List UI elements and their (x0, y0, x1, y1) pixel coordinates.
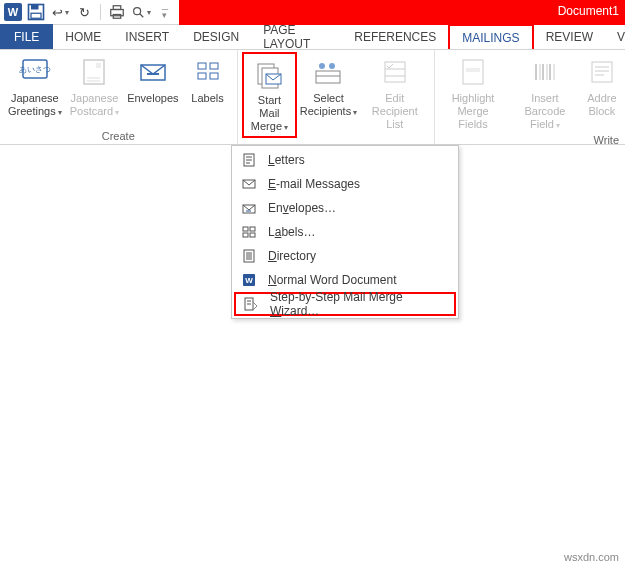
address-block-icon (586, 56, 618, 88)
svg-rect-1 (31, 5, 39, 10)
group-start-mail-merge: Start MailMerge▾ SelectRecipients▾ EditR… (238, 50, 435, 144)
barcode-icon (529, 56, 561, 88)
letters-icon (240, 151, 258, 169)
highlight-merge-fields-button: HighlightMerge Fields (439, 52, 507, 134)
customize-qat-icon[interactable]: ─▾ (155, 2, 175, 22)
menu-envelopes[interactable]: Envelopes… (234, 196, 456, 220)
svg-rect-51 (243, 233, 248, 237)
svg-rect-27 (385, 62, 405, 82)
envelope-item-icon (240, 199, 258, 217)
svg-text:あいさつ: あいさつ (19, 65, 51, 74)
svg-rect-50 (250, 227, 255, 231)
title-bar: W ↩▾ ↻ ▾ ─▾ Document1 (0, 0, 625, 25)
svg-point-6 (134, 8, 141, 15)
svg-rect-52 (250, 233, 255, 237)
group-create: あいさつ JapaneseGreetings▾ JapanesePostcard… (0, 50, 238, 144)
group-label-create: Create (4, 130, 233, 144)
ribbon: あいさつ JapaneseGreetings▾ JapanesePostcard… (0, 50, 625, 145)
greetings-icon: あいさつ (19, 56, 51, 88)
qat-separator (100, 4, 101, 20)
select-recipients-icon (312, 56, 344, 88)
svg-rect-31 (466, 68, 480, 72)
svg-rect-11 (96, 63, 101, 68)
tab-design[interactable]: DESIGN (181, 24, 251, 49)
tab-home[interactable]: HOME (53, 24, 113, 49)
svg-rect-53 (244, 250, 254, 262)
redo-icon[interactable]: ↻ (74, 2, 94, 22)
email-icon (240, 175, 258, 193)
document-title: Document1 (558, 0, 625, 25)
japanese-postcard-button: JapanesePostcard▾ (66, 52, 123, 120)
start-mail-merge-button[interactable]: Start MailMerge▾ (242, 52, 298, 138)
japanese-greetings-button[interactable]: あいさつ JapaneseGreetings▾ (4, 52, 66, 120)
word-app-icon[interactable]: W (4, 3, 22, 21)
menu-step-by-step-wizard[interactable]: Step-by-Step Mail Merge Wizard… (234, 292, 456, 316)
menu-normal-word-document[interactable]: W Normal Word Document (234, 268, 456, 292)
start-mail-merge-icon (253, 58, 285, 90)
svg-rect-38 (592, 62, 612, 82)
svg-rect-2 (31, 13, 41, 18)
svg-rect-25 (316, 71, 340, 83)
svg-rect-19 (210, 73, 218, 79)
save-icon[interactable] (26, 2, 46, 22)
edit-recipient-list-icon (379, 56, 411, 88)
svg-rect-16 (198, 63, 206, 69)
wizard-icon (242, 295, 260, 313)
print-preview-icon[interactable]: ▾ (131, 2, 151, 22)
tab-references[interactable]: REFERENCES (342, 24, 448, 49)
quick-print-icon[interactable] (107, 2, 127, 22)
menu-letters[interactable]: Letters (234, 148, 456, 172)
envelopes-button[interactable]: Envelopes (123, 52, 182, 107)
group-write-insert: HighlightMerge Fields Insert BarcodeFiel… (435, 50, 625, 144)
menu-email-messages[interactable]: E-mail Messages (234, 172, 456, 196)
labels-icon (192, 56, 224, 88)
menu-directory[interactable]: Directory (234, 244, 456, 268)
labels-item-icon (240, 223, 258, 241)
svg-rect-18 (198, 73, 206, 79)
tab-file[interactable]: FILE (0, 24, 53, 49)
tab-page-layout[interactable]: PAGE LAYOUT (251, 24, 342, 49)
start-mail-merge-menu: Letters E-mail Messages Envelopes… Label… (231, 145, 459, 319)
word-doc-icon: W (240, 271, 258, 289)
tab-view-truncated[interactable]: V (605, 24, 625, 49)
menu-labels[interactable]: Labels… (234, 220, 456, 244)
envelopes-icon (137, 56, 169, 88)
watermark: wsxdn.com (564, 551, 619, 563)
svg-point-24 (329, 63, 335, 69)
svg-text:W: W (245, 276, 253, 285)
svg-rect-4 (113, 6, 121, 10)
tab-mailings[interactable]: MAILINGS (448, 24, 533, 49)
highlight-merge-fields-icon (457, 56, 489, 88)
tab-review[interactable]: REVIEW (534, 24, 605, 49)
quick-access-toolbar: W ↩▾ ↻ ▾ ─▾ (0, 0, 179, 25)
group-label-write: Write (439, 134, 621, 148)
tab-insert[interactable]: INSERT (113, 24, 181, 49)
ribbon-tabs: FILE HOME INSERT DESIGN PAGE LAYOUT REFE… (0, 25, 625, 50)
svg-rect-49 (243, 227, 248, 231)
svg-line-7 (140, 14, 144, 18)
edit-recipient-list-button: EditRecipient List (360, 52, 430, 134)
address-block-button: AddreBlock (583, 52, 621, 120)
svg-rect-17 (210, 63, 218, 69)
directory-icon (240, 247, 258, 265)
svg-point-23 (319, 63, 325, 69)
labels-button[interactable]: Labels (183, 52, 233, 107)
select-recipients-button[interactable]: SelectRecipients▾ (297, 52, 359, 120)
undo-icon[interactable]: ↩▾ (50, 2, 70, 22)
svg-rect-15 (147, 73, 159, 75)
postcard-icon (78, 56, 110, 88)
insert-barcode-field-button: Insert BarcodeField▾ (507, 52, 583, 134)
